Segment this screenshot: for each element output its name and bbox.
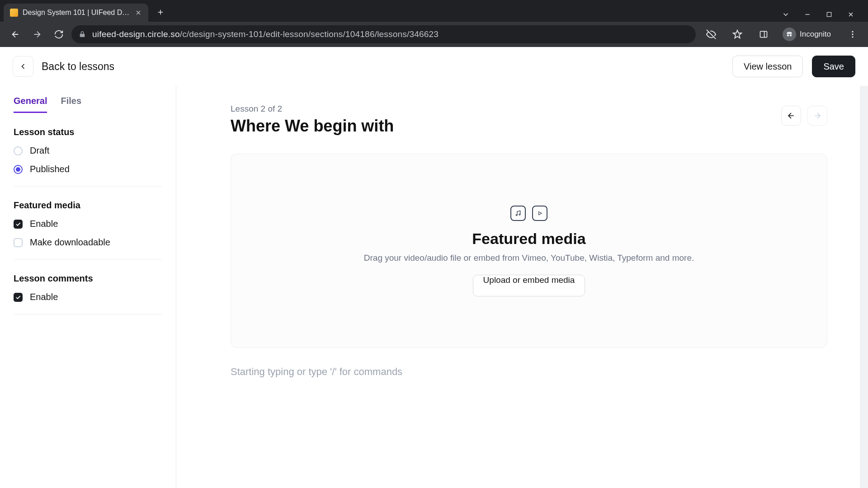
featured-downloadable-label: Make downloadable [30,237,110,248]
checkbox-featured-enable[interactable] [14,220,23,229]
radio-draft[interactable] [14,146,23,155]
window-controls [781,10,864,22]
checkbox-downloadable[interactable] [14,238,23,247]
kebab-menu-icon[interactable] [844,25,862,43]
featured-enable-row[interactable]: Enable [14,219,162,229]
svg-point-2 [787,34,789,37]
status-published-row[interactable]: Published [14,164,162,174]
radio-published-label: Published [30,164,70,174]
tab-title: Design System 101 | UIFeed Desi [23,9,130,17]
divider [14,314,162,314]
window-close-icon[interactable] [846,10,855,19]
featured-media-title: Featured media [14,200,162,211]
save-button[interactable]: Save [812,56,855,77]
browser-tab[interactable]: Design System 101 | UIFeed Desi [4,4,148,22]
app-header: Back to lessons View lesson Save [0,47,868,86]
svg-point-7 [516,214,517,216]
editor-input[interactable]: Starting typing or type '/' for commands [231,366,827,378]
svg-point-3 [790,34,792,37]
featured-enable-label: Enable [30,219,58,229]
divider [14,186,162,187]
radio-published[interactable] [14,165,23,174]
app-root: Back to lessons View lesson Save General… [0,47,868,488]
video-icon [532,206,547,221]
browser-chrome: Design System 101 | UIFeed Desi uifeed-d… [0,0,868,47]
new-tab-button[interactable] [153,5,168,20]
comments-title: Lesson comments [14,273,162,284]
pager-next-button [807,106,827,126]
media-card-title: Featured media [472,230,585,248]
address-bar: uifeed-design.circle.so/c/design-system-… [0,22,868,47]
toolbar-right: Incognito [699,25,862,43]
comments-enable-label: Enable [30,292,58,302]
eye-off-icon[interactable] [702,25,720,43]
comments-enable-row[interactable]: Enable [14,292,162,302]
lesson-status-title: Lesson status [14,127,162,137]
url-field[interactable]: uifeed-design.circle.so/c/design-system-… [71,25,696,43]
reload-button[interactable] [50,25,68,43]
back-label: Back to lessons [42,61,114,73]
incognito-label: Incognito [800,30,831,39]
main-content: Lesson 2 of 2 Where We begin with Featur… [176,86,868,488]
svg-point-5 [852,33,853,35]
tab-strip: Design System 101 | UIFeed Desi [0,0,868,22]
svg-rect-1 [760,31,767,37]
side-panel-icon[interactable] [755,25,773,43]
featured-media-card[interactable]: Featured media Drag your video/audio fil… [231,154,827,348]
svg-point-4 [852,31,853,33]
svg-point-6 [852,36,853,38]
maximize-icon[interactable] [825,10,834,19]
sidebar: General Files Lesson status Draft Publis… [0,86,176,488]
back-button[interactable] [13,56,33,77]
lesson-meta: Lesson 2 of 2 [231,104,827,114]
lock-icon [79,31,86,38]
url-text: uifeed-design.circle.so/c/design-system-… [92,29,439,39]
checkbox-comments-enable[interactable] [14,293,23,302]
svg-rect-0 [827,12,831,16]
sidebar-tabs: General Files [14,96,162,113]
app-body: General Files Lesson status Draft Publis… [0,86,868,488]
lesson-title[interactable]: Where We begin with [231,117,827,136]
upload-media-button[interactable]: Upload or embed media [473,275,585,296]
featured-downloadable-row[interactable]: Make downloadable [14,237,162,248]
svg-point-8 [519,214,520,215]
favicon [10,9,18,17]
radio-draft-label: Draft [30,145,49,156]
tabs-dropdown-icon[interactable] [781,10,790,19]
incognito-chip[interactable]: Incognito [781,26,835,43]
media-icons [510,206,547,221]
incognito-icon [783,28,796,41]
close-icon[interactable] [135,9,142,16]
minimize-icon[interactable] [803,10,812,19]
star-icon[interactable] [728,25,746,43]
audio-icon [510,206,526,221]
pager-prev-button[interactable] [781,106,801,126]
lesson-pager [781,106,827,126]
tab-files[interactable]: Files [61,96,81,113]
media-card-subtitle: Drag your video/audio file or embed from… [364,253,694,263]
nav-back-button[interactable] [6,25,24,43]
divider [14,259,162,260]
tab-general[interactable]: General [14,96,47,113]
status-draft-row[interactable]: Draft [14,145,162,156]
nav-forward-button[interactable] [28,25,46,43]
view-lesson-button[interactable]: View lesson [732,56,803,77]
header-actions: View lesson Save [732,56,855,77]
scrollbar[interactable] [860,86,868,488]
